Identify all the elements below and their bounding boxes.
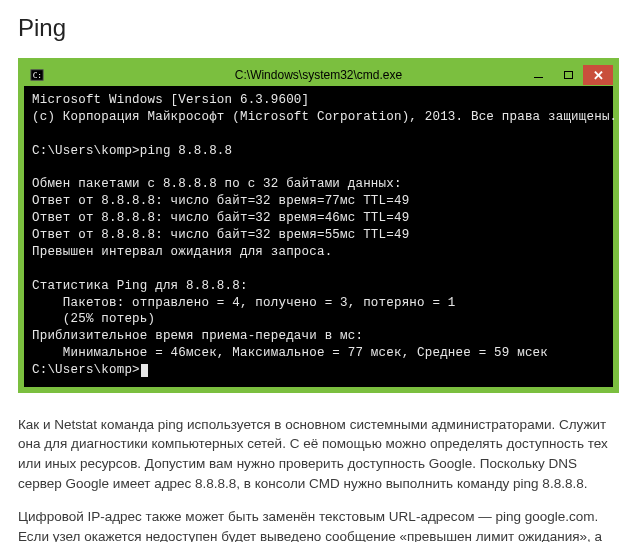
cursor <box>141 364 148 377</box>
page-title: Ping <box>18 14 619 42</box>
titlebar: C: C:\Windows\system32\cmd.exe ✕ <box>24 64 613 86</box>
paragraph-1: Как и Netstat команда ping используется … <box>18 415 619 493</box>
console-output: Microsoft Windows [Version 6.3.9600] (c)… <box>24 86 613 387</box>
cmd-icon: C: <box>30 68 44 82</box>
window-buttons: ✕ <box>523 65 613 85</box>
maximize-button[interactable] <box>553 65 583 85</box>
cmd-window: C: C:\Windows\system32\cmd.exe ✕ Microso… <box>18 58 619 393</box>
paragraph-2: Цифровой IP-адрес также может быть замен… <box>18 507 619 542</box>
close-button[interactable]: ✕ <box>583 65 613 85</box>
console-prompt: C:\Users\komp> <box>32 363 140 377</box>
minimize-button[interactable] <box>523 65 553 85</box>
svg-text:C:: C: <box>33 71 42 80</box>
